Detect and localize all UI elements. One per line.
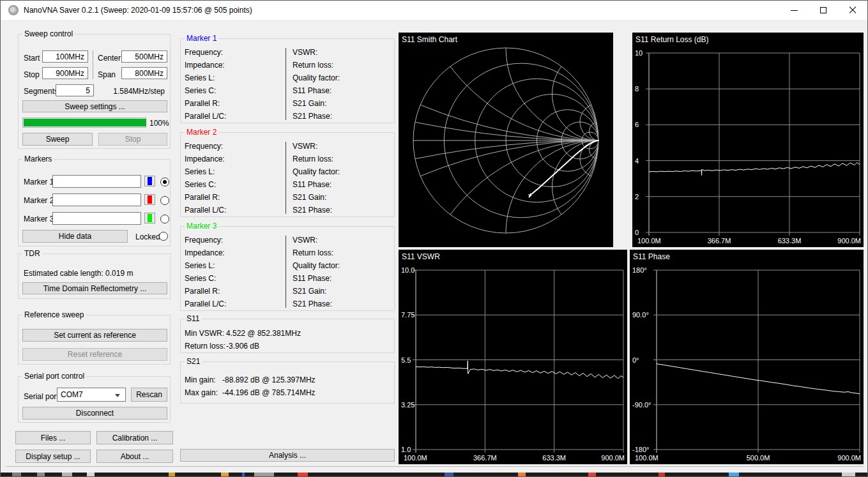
marker2-info-title: Marker 2 — [185, 128, 218, 137]
maximize-button[interactable] — [809, 1, 838, 20]
cable-length-text: Estimated cable length: 0.019 m — [24, 269, 133, 278]
s21-gain-label: S21 Gain: — [293, 193, 326, 202]
start-input[interactable]: 100MHz — [42, 50, 88, 63]
series-l-label: Series L: — [185, 73, 215, 82]
marker3-label: Marker 3 — [24, 215, 54, 223]
marker3-select-radio[interactable] — [160, 215, 169, 223]
sweep-control-group: Sweep control Start 100MHz Stop 900MHz C… — [18, 34, 171, 149]
locked-radio[interactable] — [159, 232, 168, 241]
marker1-info-box: Marker 1 Frequency: Impedance: Series L:… — [180, 38, 395, 123]
marker3-color-button[interactable] — [144, 213, 155, 223]
chevron-down-icon — [115, 394, 120, 397]
sweep-settings-button[interactable]: Sweep settings ... — [22, 100, 167, 112]
parallel-lc-label: Parallel L/C: — [185, 206, 226, 215]
frequency-label: Frequency: — [185, 48, 223, 57]
series-c-label: Series C: — [185, 180, 216, 189]
about-button[interactable]: About ... — [96, 450, 173, 463]
series-c-label: Series C: — [185, 86, 216, 95]
return-loss-label: Return loss: — [293, 61, 333, 70]
sweep-button[interactable]: Sweep — [22, 133, 93, 146]
impedance-label: Impedance: — [185, 61, 225, 70]
sweep-control-title: Sweep control — [22, 29, 75, 38]
impedance-label: Impedance: — [185, 248, 225, 257]
return-loss-summary-value: -3.906 dB — [226, 342, 259, 351]
close-icon — [849, 6, 857, 14]
min-vswr-label: Min VSWR: — [185, 329, 224, 338]
taskbar-app-sliver[interactable] — [729, 473, 739, 477]
app-window: NanoVNA Saver 0.2.1 (Sweep: 2020-01-09 1… — [0, 0, 868, 477]
hide-data-button[interactable]: Hide data — [22, 230, 128, 243]
minimize-button[interactable] — [779, 1, 809, 20]
svg-text:100.0M: 100.0M — [635, 454, 659, 462]
reset-reference-button[interactable]: Reset reference — [22, 348, 167, 361]
marker1-color-swatch — [148, 177, 152, 185]
parallel-lc-label: Parallel L/C: — [185, 299, 226, 308]
min-gain-value: -88.892 dB @ 125.397MHz — [222, 375, 316, 384]
stop-sweep-button[interactable]: Stop — [98, 133, 167, 146]
s11-smith-chart[interactable]: S11 Smith Chart — [399, 33, 613, 247]
marker3-frequency-input[interactable] — [52, 212, 141, 225]
tdr-button[interactable]: Time Domain Reflectometry ... — [22, 282, 167, 294]
title-bar[interactable]: NanoVNA Saver 0.2.1 (Sweep: 2020-01-09 1… — [1, 1, 867, 20]
taskbar-app-sliver[interactable] — [298, 473, 308, 477]
taskbar-app-sliver[interactable] — [242, 473, 245, 477]
parallel-r-label: Parallel R: — [185, 99, 220, 108]
set-reference-button[interactable]: Set current as reference — [22, 329, 167, 342]
taskbar-app-sliver[interactable] — [12, 473, 21, 477]
rescan-button[interactable]: Rescan — [131, 388, 167, 402]
files-button[interactable]: Files ... — [15, 431, 91, 444]
parallel-r-label: Parallel R: — [185, 193, 220, 202]
taskbar-app-sliver[interactable] — [87, 473, 95, 477]
marker2-color-button[interactable] — [144, 194, 155, 205]
svg-text:366.7M: 366.7M — [708, 237, 731, 245]
disconnect-button[interactable]: Disconnect — [22, 407, 167, 420]
taskbar[interactable] — [1, 473, 867, 477]
taskbar-app-sliver[interactable] — [842, 473, 855, 477]
return-loss-chart-title: S11 Return Loss (dB) — [636, 35, 709, 44]
marker1-color-button[interactable] — [144, 176, 155, 186]
taskbar-app-sliver[interactable] — [445, 473, 453, 477]
stop-input[interactable]: 900MHz — [42, 67, 88, 79]
s11-return-loss-chart[interactable]: S11 Return Loss (dB) 100.0M366.7M633.3M9… — [632, 33, 864, 247]
marker3-color-swatch — [148, 214, 152, 222]
close-button[interactable] — [838, 1, 867, 20]
marker3-info-box: Marker 3 Frequency: Impedance: Series L:… — [180, 226, 395, 311]
marker1-select-radio[interactable] — [160, 178, 169, 186]
taskbar-app-sliver[interactable] — [588, 473, 596, 477]
svg-text:900.0M: 900.0M — [837, 454, 861, 462]
marker2-frequency-input[interactable] — [52, 193, 141, 206]
vswr-label: VSWR: — [293, 48, 317, 57]
svg-text:100.0M: 100.0M — [637, 237, 661, 245]
span-input[interactable]: 800MHz — [121, 67, 167, 79]
s21-summary-box: S21 Min gain: -88.892 dB @ 125.397MHz Ma… — [180, 361, 395, 404]
return-loss-summary-label: Return loss: — [185, 342, 225, 351]
maximize-icon — [820, 7, 826, 13]
display-setup-button[interactable]: Display setup ... — [15, 450, 91, 463]
taskbar-app-sliver[interactable] — [37, 473, 45, 477]
tdr-group: TDR Estimated cable length: 0.019 m Time… — [18, 254, 171, 299]
tdr-group-title: TDR — [22, 249, 42, 258]
analysis-button[interactable]: Analysis ... — [180, 449, 395, 462]
svg-text:633.3M: 633.3M — [778, 237, 802, 245]
taskbar-active-app-button[interactable] — [254, 473, 274, 477]
parallel-lc-label: Parallel L/C: — [185, 112, 226, 121]
calibration-button[interactable]: Calibration ... — [96, 431, 173, 444]
svg-text:2: 2 — [635, 193, 639, 201]
s11-phase-chart[interactable]: S11 Phase 100.0M500.0M900.0M180°90.0°0°-… — [630, 250, 864, 464]
taskbar-app-sliver[interactable] — [518, 473, 526, 477]
center-input[interactable]: 500MHz — [121, 50, 167, 63]
serial-port-select[interactable]: COM7 — [57, 388, 126, 402]
taskbar-app-sliver[interactable] — [169, 473, 175, 477]
impedance-label: Impedance: — [185, 155, 225, 163]
s11-phase-label: S11 Phase: — [293, 180, 331, 189]
s11-vswr-chart[interactable]: S11 VSWR 100.0M366.7M633.3M900.0M10.07.7… — [399, 250, 627, 464]
taskbar-app-sliver[interactable] — [62, 473, 72, 477]
marker1-info-title: Marker 1 — [185, 34, 218, 43]
taskbar-app-sliver[interactable] — [659, 473, 665, 477]
marker1-frequency-input[interactable] — [52, 175, 141, 188]
serial-port-group: Serial port control Serial port COM7 Res… — [18, 376, 171, 423]
s11-phase-label: S11 Phase: — [293, 86, 331, 95]
segments-input[interactable]: 5 — [56, 84, 94, 96]
taskbar-app-sliver[interactable] — [221, 473, 229, 477]
marker2-select-radio[interactable] — [160, 196, 169, 205]
